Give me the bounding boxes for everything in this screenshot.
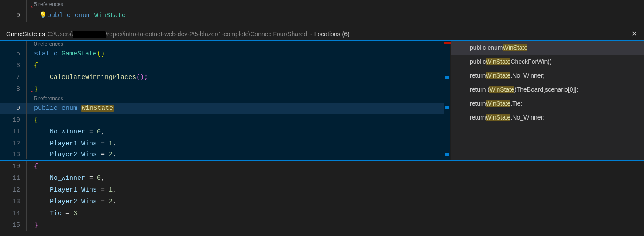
peek-definition-body: 0 references 5 static GameState() 6 { 7 … [0,40,644,161]
line-gutter: 9 [0,10,25,21]
outer-editor-bottom: 10 { 11 No_Winner = 0, 12 Player1_Wins =… [0,161,644,231]
peek-reference-list: public enum WinState public WinState Che… [450,41,644,160]
ruler-marker [445,153,449,156]
code-text: public enum WinState [32,103,114,114]
code-text: static GameState() [32,48,105,60]
ruler-error-marker [444,42,451,44]
reference-item[interactable]: public WinState CheckForWin() [451,55,644,68]
codelens-link[interactable]: 5 references [32,0,63,8]
peek-header: GameState.cs C:\Users\XXXXXXXX\repos\int… [0,27,644,40]
codelens-link[interactable]: 0 references [32,41,63,48]
reference-item[interactable]: return (WinState)TheBoard[scenario[0]]; [451,82,644,96]
reference-item[interactable]: return WinState.No_Winner; [451,110,644,124]
reference-item[interactable]: public enum WinState [451,41,644,55]
peek-filepath: C:\Users\XXXXXXXX\repos\intro-to-dotnet-… [48,31,629,38]
ruler-marker [445,106,449,109]
peek-code-editor[interactable]: 0 references 5 static GameState() 6 { 7 … [0,41,444,160]
lightbulb-icon[interactable]: 💡 [39,10,47,21]
ruler-marker [445,76,449,79]
line-gutter: 5 [0,48,25,60]
breakpoint-marker: ◣ [31,1,33,13]
peek-filename: GameState.cs [6,31,45,38]
reference-item[interactable]: return WinState.No_Winner; [451,68,644,82]
outer-editor-top: 5 references 9 ◣ 💡 public enum WinState [0,0,644,27]
overview-ruler[interactable] [444,41,450,160]
close-icon[interactable]: ✕ [629,29,640,39]
reference-item[interactable]: return WinState.Tie; [451,96,644,110]
codelens-link[interactable]: 5 references [32,95,63,103]
